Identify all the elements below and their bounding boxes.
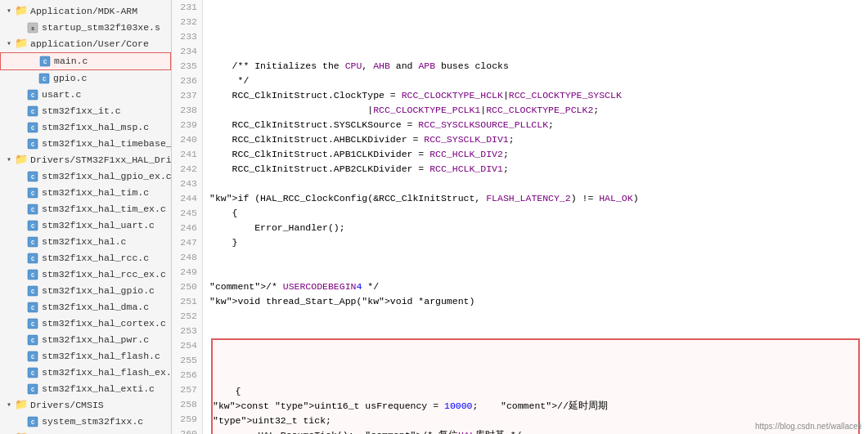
c-file-icon: C: [26, 333, 39, 347]
svg-text:C: C: [31, 109, 34, 115]
svg-text:S: S: [31, 26, 34, 32]
sidebar-item-stm32f1xx-hal-pwr[interactable]: Cstm32f1xx_hal_pwr.c: [0, 332, 171, 348]
line-numbers: 231 232 233 234 235 236 237 238 239 240 …: [172, 0, 203, 434]
sidebar-label: stm32f1xx_hal_rcc.c: [42, 251, 149, 266]
sidebar-item-stm32f1xx-hal-rcc[interactable]: Cstm32f1xx_hal_rcc.c: [0, 250, 171, 266]
line-num-235: 235: [177, 59, 197, 74]
sidebar-item-stm32f1xx-hal-gpio[interactable]: Cstm32f1xx_hal_gpio.c: [0, 283, 171, 299]
sidebar-item-stm32f1xx-hal-flash[interactable]: Cstm32f1xx_hal_flash.c: [0, 348, 171, 365]
sidebar-item-system-stm32[interactable]: Csystem_stm32f1xx.c: [0, 414, 171, 430]
line-num-233: 233: [177, 29, 197, 44]
svg-text:C: C: [31, 141, 34, 148]
file-tree[interactable]: ▾📁Application/MDK-ARMSstartup_stm32f103x…: [0, 0, 172, 434]
sidebar-item-stm32f1xx-hal-dma[interactable]: Cstm32f1xx_hal_dma.c: [0, 299, 171, 315]
sidebar-item-stm32f1xx-hal-tim-ex[interactable]: Cstm32f1xx_hal_tim_ex.c: [0, 201, 171, 217]
line-num-231: 231: [177, 0, 197, 15]
svg-text:C: C: [31, 174, 34, 181]
watermark: https://blog.csdn.net/wallaceli: [755, 422, 861, 431]
svg-text:C: C: [31, 338, 34, 344]
c-file-icon: C: [26, 219, 39, 232]
c-file-icon: C: [26, 268, 39, 281]
expander-icon: ▾: [3, 398, 15, 413]
code-line-240: "kw">if (HAL_RCC_ClockConfig(&RCC_ClkIni…: [209, 191, 861, 206]
code-line-245: [209, 265, 861, 280]
line-num-255: 255: [177, 353, 197, 368]
sidebar-label: Drivers/STM32F1xx_HAL_Driver: [30, 153, 172, 168]
sidebar-item-stm32f1xx-hal[interactable]: Cstm32f1xx_hal.c: [0, 234, 171, 250]
svg-text:C: C: [31, 223, 34, 230]
sidebar-label: stm32f1xx_hal_gpio.c: [42, 284, 155, 298]
folder-icon: 📁: [15, 399, 28, 412]
sidebar-label: stm32f1xx_hal_timebase_tim.c: [42, 136, 172, 151]
code-editor: 231 232 233 234 235 236 237 238 239 240 …: [172, 0, 868, 434]
sidebar-label: stm32f1xx_hal_uart.c: [42, 218, 155, 233]
c-file-icon: C: [26, 366, 39, 379]
code-before-block: /** Initializes the CPU, AHB and APB bus…: [209, 59, 861, 309]
code-line-236: RCC_ClkInitStruct.AHBCLKDivider = RCC_SY…: [209, 132, 861, 147]
sidebar-item-drivers-stm32[interactable]: ▾📁Drivers/STM32F1xx_HAL_Driver: [0, 152, 171, 168]
sidebar-label: stm32f1xx_hal_cortex.c: [42, 316, 166, 331]
sidebar-item-stm32f1xx-hal-exti[interactable]: Cstm32f1xx_hal_exti.c: [0, 381, 171, 397]
sidebar-item-app-mdk[interactable]: ▾📁Application/MDK-ARM: [0, 3, 171, 20]
line-num-245: 245: [177, 206, 197, 221]
sidebar-item-drivers-cmsis[interactable]: ▾📁Drivers/CMSIS: [0, 397, 171, 414]
line-num-250: 250: [177, 280, 197, 294]
code-line-249: "kw">const "type">uint16_t usFrequency =…: [213, 399, 858, 414]
code-line-244: [209, 250, 861, 265]
sidebar-item-stm32f1xx-hal-timebase[interactable]: Cstm32f1xx_hal_timebase_tim.c: [0, 136, 171, 152]
code-line-234: |RCC_CLOCKTYPE_PCLK1|RCC_CLOCKTYPE_PCLK2…: [209, 103, 861, 118]
sidebar-item-startup[interactable]: Sstartup_stm32f103xe.s: [0, 20, 171, 36]
code-content: /** Initializes the CPU, AHB and APB bus…: [203, 0, 868, 434]
sidebar-item-main-c[interactable]: Cmain.c: [0, 52, 171, 70]
line-num-247: 247: [177, 235, 197, 250]
svg-text:C: C: [31, 239, 34, 246]
svg-text:C: C: [31, 387, 34, 393]
code-line-246: "comment">/* USER CODE BEGIN 4 */: [209, 280, 861, 294]
sidebar-item-stm32f1xx-hal-tim[interactable]: Cstm32f1xx_hal_tim.c: [0, 185, 171, 201]
line-num-251: 251: [177, 294, 197, 309]
expander-icon: ▾: [3, 153, 15, 168]
code-line-241: {: [209, 206, 861, 221]
sidebar-label: stm32f1xx_hal_exti.c: [42, 382, 155, 396]
c-file-icon: C: [26, 284, 39, 298]
sidebar-item-stm32f1xx-hal-flash-ex[interactable]: Cstm32f1xx_hal_flash_ex.c: [0, 365, 171, 381]
line-num-232: 232: [177, 15, 197, 29]
sidebar-item-stm32f1xx-hal-uart[interactable]: Cstm32f1xx_hal_uart.c: [0, 217, 171, 234]
sidebar-item-gpio-c[interactable]: Cgpio.c: [0, 70, 171, 87]
line-num-252: 252: [177, 309, 197, 324]
svg-text:C: C: [31, 419, 34, 426]
c-file-icon: C: [38, 55, 52, 68]
line-num-242: 242: [177, 162, 197, 177]
sidebar-label: gpio.c: [53, 71, 87, 86]
c-file-icon: C: [26, 317, 39, 330]
c-file-icon: C: [26, 186, 39, 199]
svg-text:C: C: [31, 321, 34, 328]
sidebar-label: stm32f1xx_hal_rcc_ex.c: [42, 267, 166, 282]
expander-icon: ▾: [3, 37, 15, 51]
svg-text:C: C: [31, 207, 34, 213]
sidebar-label: BSP: [30, 431, 47, 434]
c-file-icon: C: [26, 252, 39, 265]
sidebar-item-usart-c[interactable]: Cusart.c: [0, 87, 171, 103]
sidebar-item-stm32f1xx-hal-gpio-ex[interactable]: Cstm32f1xx_hal_gpio_ex.c: [0, 168, 171, 185]
sidebar-item-app-user[interactable]: ▾📁application/User/Core: [0, 36, 171, 52]
c-file-icon: C: [26, 88, 39, 101]
c-file-icon: C: [26, 137, 39, 150]
sidebar-item-bsp-folder[interactable]: ▾📁BSP: [0, 430, 171, 434]
folder-icon: 📁: [15, 154, 28, 167]
sidebar-item-stm32f1xx-hal-msp[interactable]: Cstm32f1xx_hal_msp.c: [0, 119, 171, 136]
sidebar-label: usart.c: [42, 87, 81, 102]
c-file-icon: C: [26, 350, 39, 363]
code-line-238: RCC_ClkInitStruct.APB2CLKDivider = RCC_H…: [209, 162, 861, 177]
sidebar-item-stm32f1xx-it[interactable]: Cstm32f1xx_it.c: [0, 103, 171, 119]
sidebar-item-stm32f1xx-hal-rcc-ex[interactable]: Cstm32f1xx_hal_rcc_ex.c: [0, 266, 171, 283]
c-file-icon: C: [26, 170, 39, 183]
sidebar-label: stm32f1xx_hal_tim_ex.c: [42, 202, 166, 217]
sidebar-item-stm32f1xx-hal-cortex[interactable]: Cstm32f1xx_hal_cortex.c: [0, 315, 171, 332]
line-num-237: 237: [177, 88, 197, 103]
svg-text:C: C: [31, 92, 34, 99]
expander-icon: ▾: [3, 431, 15, 434]
line-num-238: 238: [177, 103, 197, 118]
line-num-244: 244: [177, 191, 197, 206]
sidebar-label: startup_stm32f103xe.s: [42, 20, 160, 35]
